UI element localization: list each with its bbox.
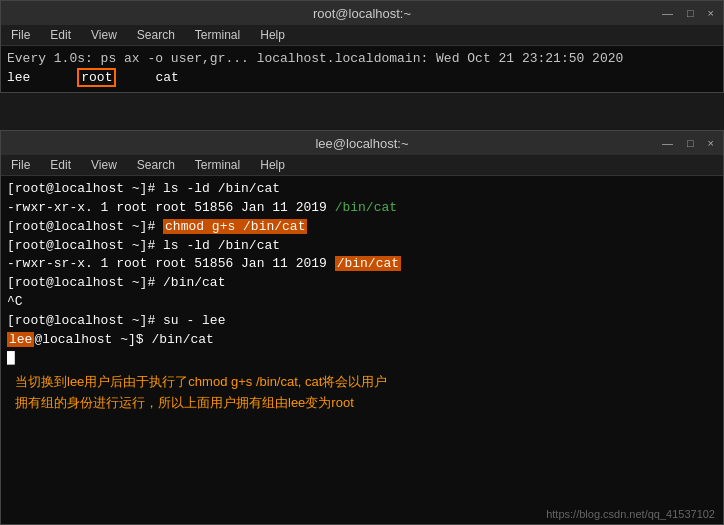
lee-maximize-btn[interactable]: □ [684,137,697,149]
root-menu-help[interactable]: Help [258,27,287,43]
root-close-btn[interactable]: × [705,7,717,19]
cat-label: cat [124,70,179,85]
root-win-controls[interactable]: — □ × [659,7,717,19]
root-terminal-content: Every 1.0s: ps ax -o user,gr... localhos… [1,46,723,92]
root-user-line: lee root cat [7,69,717,88]
root-menu-view[interactable]: View [89,27,119,43]
bincat-orange: /bin/cat [335,256,401,271]
root-minimize-btn[interactable]: — [659,7,676,19]
line-ctrl-c: ^C [7,293,717,312]
line-output2: -rwxr-sr-x. 1 root root 51856 Jan 11 201… [7,255,717,274]
lee-menu-help[interactable]: Help [258,157,287,173]
lee-menu-terminal[interactable]: Terminal [193,157,242,173]
footer-url: https://blog.csdn.net/qq_41537102 [546,508,715,520]
lee-menu-bar: File Edit View Search Terminal Help [1,155,723,176]
line-lee-prompt: lee@localhost ~]$ /bin/cat [7,331,717,350]
line-output1: -rwxr-xr-x. 1 root root 51856 Jan 11 201… [7,199,717,218]
lee-user: lee [7,70,30,85]
root-title-bar: root@localhost:~ — □ × [1,1,723,25]
chmod-cmd: chmod g+s /bin/cat [163,219,307,234]
line-chmod: [root@localhost ~]# chmod g+s /bin/cat [7,218,717,237]
line-ls2: [root@localhost ~]# ls -ld /bin/cat [7,237,717,256]
root-maximize-btn[interactable]: □ [684,7,697,19]
root-menu-bar: File Edit View Search Terminal Help [1,25,723,46]
lee-terminal-content: [root@localhost ~]# ls -ld /bin/cat -rwx… [1,176,723,422]
root-menu-search[interactable]: Search [135,27,177,43]
comment-block: 当切换到lee用户后由于执行了chmod g+s /bin/cat, cat将会… [7,368,717,418]
lee-title-bar: lee@localhost:~ — □ × [1,131,723,155]
lee-window: lee@localhost:~ — □ × File Edit View Sea… [0,130,724,525]
root-menu-file[interactable]: File [9,27,32,43]
root-menu-terminal[interactable]: Terminal [193,27,242,43]
ps-line: Every 1.0s: ps ax -o user,gr... localhos… [7,50,717,69]
bincat-green: /bin/cat [335,200,397,215]
root-highlighted: root [77,68,116,87]
lee-menu-edit[interactable]: Edit [48,157,73,173]
lee-menu-view[interactable]: View [89,157,119,173]
line-ls1: [root@localhost ~]# ls -ld /bin/cat [7,180,717,199]
root-menu-edit[interactable]: Edit [48,27,73,43]
lee-menu-search[interactable]: Search [135,157,177,173]
lee-close-btn[interactable]: × [705,137,717,149]
cursor-line: █ [7,350,717,369]
line-su-lee: [root@localhost ~]# su - lee [7,312,717,331]
lee-menu-file[interactable]: File [9,157,32,173]
lee-minimize-btn[interactable]: — [659,137,676,149]
lee-win-controls[interactable]: — □ × [659,137,717,149]
root-window: root@localhost:~ — □ × File Edit View Se… [0,0,724,93]
line-bincat-cmd: [root@localhost ~]# /bin/cat [7,274,717,293]
lee-title: lee@localhost:~ [315,136,408,151]
root-title: root@localhost:~ [313,6,411,21]
lee-user-highlight: lee [7,332,34,347]
